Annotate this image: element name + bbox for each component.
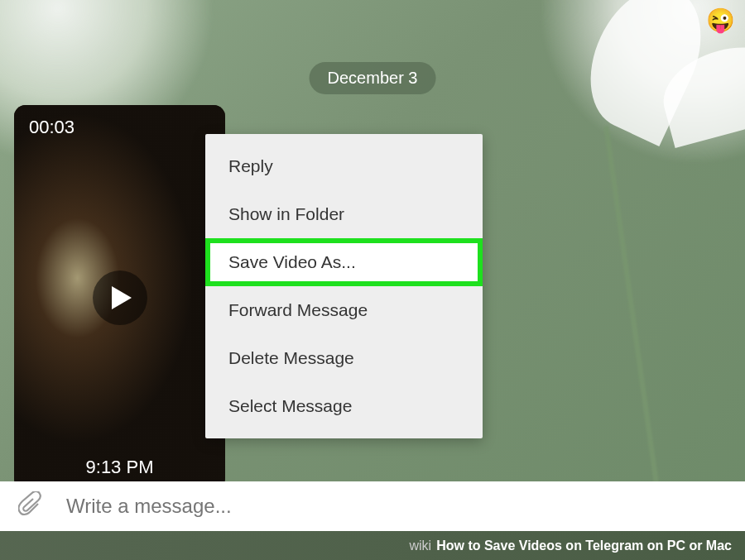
- menu-item-reply[interactable]: Reply: [205, 142, 483, 190]
- wikihow-banner: wiki How to Save Videos on Telegram on P…: [0, 531, 745, 560]
- context-menu: Reply Show in Folder Save Video As... Fo…: [205, 134, 483, 438]
- menu-item-select-message[interactable]: Select Message: [205, 382, 483, 430]
- play-icon: [112, 286, 132, 309]
- bg-stem: [603, 126, 666, 536]
- video-message[interactable]: 00:03 9:13 PM: [14, 105, 225, 490]
- menu-item-show-in-folder[interactable]: Show in Folder: [205, 190, 483, 238]
- video-timestamp: 9:13 PM: [86, 457, 154, 478]
- menu-item-delete-message[interactable]: Delete Message: [205, 334, 483, 382]
- menu-item-save-video-as[interactable]: Save Video As...: [205, 238, 483, 286]
- sticker-emoji: 😜: [706, 7, 735, 34]
- banner-title: How to Save Videos on Telegram on PC or …: [436, 538, 732, 553]
- play-button[interactable]: [93, 270, 147, 325]
- banner-brand: wiki: [410, 538, 432, 553]
- message-input[interactable]: [66, 495, 727, 518]
- menu-item-forward-message[interactable]: Forward Message: [205, 286, 483, 334]
- date-divider: December 3: [310, 62, 436, 94]
- video-duration: 00:03: [29, 117, 74, 138]
- attach-icon[interactable]: [18, 491, 43, 521]
- message-input-bar: [0, 481, 745, 531]
